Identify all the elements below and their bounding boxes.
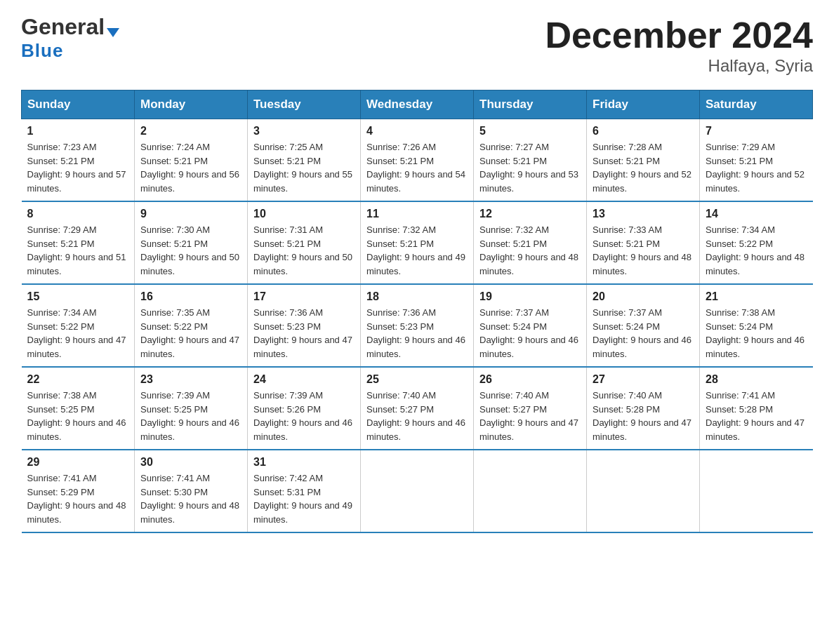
day-info: Sunrise: 7:39 AM Sunset: 5:26 PM Dayligh… (253, 389, 355, 443)
calendar-week-4: 22 Sunrise: 7:38 AM Sunset: 5:25 PM Dayl… (22, 367, 813, 450)
day-number: 24 (253, 373, 355, 386)
day-number: 16 (140, 290, 241, 303)
day-number: 14 (706, 208, 807, 220)
calendar-cell: 20 Sunrise: 7:37 AM Sunset: 5:24 PM Dayl… (587, 284, 700, 367)
day-info: Sunrise: 7:35 AM Sunset: 5:22 PM Dayligh… (140, 306, 241, 361)
day-info: Sunrise: 7:31 AM Sunset: 5:21 PM Dayligh… (253, 223, 355, 278)
day-number: 18 (366, 290, 468, 303)
day-info: Sunrise: 7:33 AM Sunset: 5:21 PM Dayligh… (593, 223, 694, 278)
calendar-cell: 22 Sunrise: 7:38 AM Sunset: 5:25 PM Dayl… (22, 367, 135, 450)
calendar-week-1: 1 Sunrise: 7:23 AM Sunset: 5:21 PM Dayli… (22, 119, 813, 202)
day-info: Sunrise: 7:23 AM Sunset: 5:21 PM Dayligh… (27, 140, 129, 195)
col-monday: Monday (135, 90, 248, 119)
day-info: Sunrise: 7:40 AM Sunset: 5:28 PM Dayligh… (593, 389, 694, 443)
day-info: Sunrise: 7:36 AM Sunset: 5:23 PM Dayligh… (253, 306, 355, 361)
day-info: Sunrise: 7:26 AM Sunset: 5:21 PM Dayligh… (366, 140, 468, 195)
calendar-cell: 4 Sunrise: 7:26 AM Sunset: 5:21 PM Dayli… (361, 119, 474, 202)
calendar-cell: 14 Sunrise: 7:34 AM Sunset: 5:22 PM Dayl… (700, 201, 813, 284)
col-friday: Friday (587, 90, 700, 119)
calendar-cell: 13 Sunrise: 7:33 AM Sunset: 5:21 PM Dayl… (587, 201, 700, 284)
col-saturday: Saturday (700, 90, 813, 119)
day-number: 10 (253, 208, 355, 220)
calendar-cell: 10 Sunrise: 7:31 AM Sunset: 5:21 PM Dayl… (248, 201, 361, 284)
calendar-cell (474, 450, 587, 532)
calendar-cell: 24 Sunrise: 7:39 AM Sunset: 5:26 PM Dayl… (248, 367, 361, 450)
day-info: Sunrise: 7:34 AM Sunset: 5:22 PM Dayligh… (706, 223, 807, 278)
day-number: 9 (140, 208, 241, 220)
day-number: 28 (706, 373, 807, 386)
calendar-cell (587, 450, 700, 532)
day-number: 8 (27, 208, 129, 220)
day-number: 2 (140, 125, 241, 137)
calendar-cell: 6 Sunrise: 7:28 AM Sunset: 5:21 PM Dayli… (587, 119, 700, 202)
calendar-week-3: 15 Sunrise: 7:34 AM Sunset: 5:22 PM Dayl… (22, 284, 813, 367)
day-number: 21 (706, 290, 807, 303)
day-number: 29 (27, 456, 129, 469)
day-info: Sunrise: 7:39 AM Sunset: 5:25 PM Dayligh… (140, 389, 241, 443)
calendar-cell: 19 Sunrise: 7:37 AM Sunset: 5:24 PM Dayl… (474, 284, 587, 367)
day-number: 13 (593, 208, 694, 220)
day-number: 25 (366, 373, 468, 386)
calendar-cell: 1 Sunrise: 7:23 AM Sunset: 5:21 PM Dayli… (22, 119, 135, 202)
col-thursday: Thursday (474, 90, 587, 119)
day-number: 27 (593, 373, 694, 386)
day-info: Sunrise: 7:32 AM Sunset: 5:21 PM Dayligh… (366, 223, 468, 278)
day-info: Sunrise: 7:41 AM Sunset: 5:29 PM Dayligh… (27, 471, 129, 526)
calendar-cell (700, 450, 813, 532)
logo: General Blue (21, 14, 119, 62)
day-number: 22 (27, 373, 129, 386)
day-number: 4 (366, 125, 468, 137)
day-info: Sunrise: 7:41 AM Sunset: 5:30 PM Dayligh… (140, 471, 241, 526)
calendar-header: Sunday Monday Tuesday Wednesday Thursday… (22, 90, 813, 119)
logo-chevron-icon (107, 28, 119, 37)
calendar-cell: 17 Sunrise: 7:36 AM Sunset: 5:23 PM Dayl… (248, 284, 361, 367)
day-info: Sunrise: 7:27 AM Sunset: 5:21 PM Dayligh… (479, 140, 581, 195)
day-number: 1 (27, 125, 129, 137)
day-info: Sunrise: 7:40 AM Sunset: 5:27 PM Dayligh… (479, 389, 581, 443)
calendar-cell: 25 Sunrise: 7:40 AM Sunset: 5:27 PM Dayl… (361, 367, 474, 450)
day-number: 11 (366, 208, 468, 220)
calendar-cell: 29 Sunrise: 7:41 AM Sunset: 5:29 PM Dayl… (22, 450, 135, 532)
calendar-table: Sunday Monday Tuesday Wednesday Thursday… (21, 90, 813, 533)
day-info: Sunrise: 7:40 AM Sunset: 5:27 PM Dayligh… (366, 389, 468, 443)
day-number: 31 (253, 456, 355, 469)
day-info: Sunrise: 7:36 AM Sunset: 5:23 PM Dayligh… (366, 306, 468, 361)
page-header: General Blue December 2024 Halfaya, Syri… (21, 14, 813, 76)
day-number: 30 (140, 456, 241, 469)
day-info: Sunrise: 7:34 AM Sunset: 5:22 PM Dayligh… (27, 306, 129, 361)
col-tuesday: Tuesday (248, 90, 361, 119)
calendar-cell: 11 Sunrise: 7:32 AM Sunset: 5:21 PM Dayl… (361, 201, 474, 284)
title-block: December 2024 Halfaya, Syria (545, 14, 813, 76)
calendar-week-2: 8 Sunrise: 7:29 AM Sunset: 5:21 PM Dayli… (22, 201, 813, 284)
day-number: 26 (479, 373, 581, 386)
day-number: 17 (253, 290, 355, 303)
calendar-body: 1 Sunrise: 7:23 AM Sunset: 5:21 PM Dayli… (22, 119, 813, 533)
day-number: 6 (593, 125, 694, 137)
calendar-cell: 26 Sunrise: 7:40 AM Sunset: 5:27 PM Dayl… (474, 367, 587, 450)
day-info: Sunrise: 7:41 AM Sunset: 5:28 PM Dayligh… (706, 389, 807, 443)
calendar-cell: 27 Sunrise: 7:40 AM Sunset: 5:28 PM Dayl… (587, 367, 700, 450)
day-number: 15 (27, 290, 129, 303)
calendar-cell (361, 450, 474, 532)
day-info: Sunrise: 7:30 AM Sunset: 5:21 PM Dayligh… (140, 223, 241, 278)
calendar-cell: 9 Sunrise: 7:30 AM Sunset: 5:21 PM Dayli… (135, 201, 248, 284)
col-sunday: Sunday (22, 90, 135, 119)
logo-general-text: General (21, 14, 105, 40)
day-info: Sunrise: 7:29 AM Sunset: 5:21 PM Dayligh… (706, 140, 807, 195)
calendar-cell: 7 Sunrise: 7:29 AM Sunset: 5:21 PM Dayli… (700, 119, 813, 202)
day-info: Sunrise: 7:29 AM Sunset: 5:21 PM Dayligh… (27, 223, 129, 278)
calendar-cell: 15 Sunrise: 7:34 AM Sunset: 5:22 PM Dayl… (22, 284, 135, 367)
calendar-cell: 3 Sunrise: 7:25 AM Sunset: 5:21 PM Dayli… (248, 119, 361, 202)
day-info: Sunrise: 7:42 AM Sunset: 5:31 PM Dayligh… (253, 471, 355, 526)
calendar-cell: 30 Sunrise: 7:41 AM Sunset: 5:30 PM Dayl… (135, 450, 248, 532)
logo-blue-text: Blue (21, 40, 63, 61)
calendar-week-5: 29 Sunrise: 7:41 AM Sunset: 5:29 PM Dayl… (22, 450, 813, 532)
day-number: 23 (140, 373, 241, 386)
day-info: Sunrise: 7:24 AM Sunset: 5:21 PM Dayligh… (140, 140, 241, 195)
day-number: 19 (479, 290, 581, 303)
day-number: 5 (479, 125, 581, 137)
day-info: Sunrise: 7:32 AM Sunset: 5:21 PM Dayligh… (479, 223, 581, 278)
calendar-cell: 23 Sunrise: 7:39 AM Sunset: 5:25 PM Dayl… (135, 367, 248, 450)
day-number: 12 (479, 208, 581, 220)
calendar-cell: 5 Sunrise: 7:27 AM Sunset: 5:21 PM Dayli… (474, 119, 587, 202)
